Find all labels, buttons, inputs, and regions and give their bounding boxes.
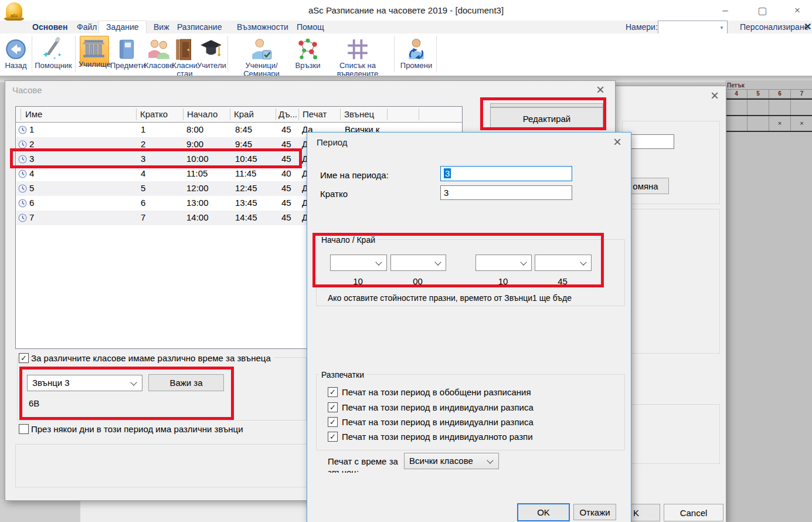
period-short-label: Кратко [320,189,348,199]
column-divider[interactable] [183,109,184,120]
clock-icon [18,140,27,149]
close-icon[interactable]: × [596,84,604,96]
period-short-input[interactable]: 3 [440,185,572,200]
different-bells-label: За различните класове имаме различно вре… [31,353,274,363]
text-input[interactable] [626,134,674,149]
clock-icon [18,126,27,134]
dialog-title: Период [317,137,348,147]
tab-zadanie[interactable]: Задание [106,22,139,32]
cell-end: 9:45 [235,139,252,149]
close-toolbar-icon[interactable]: ✕ [804,21,811,32]
classes-combo[interactable]: Всички класове [404,453,499,469]
ribbon-assistant-button[interactable]: Помощник [33,37,74,70]
cell-name: 6 [29,198,34,208]
ribbon-school-button[interactable]: Училище [79,36,109,69]
col-header-name[interactable]: Име [25,109,42,119]
grid-col-header: 7 [790,89,812,99]
period-name-input[interactable]: 3 [440,166,572,181]
print-individual1-label: Печат на този период в индивидуални разп… [342,402,609,412]
book-icon [114,37,139,62]
grid-cell [790,100,812,115]
col-header-duration[interactable]: Дъ... [278,109,297,119]
ribbon-students-button[interactable]: Ученици/Семинари [229,37,294,78]
ribbon-subjects-button[interactable]: Предмети [110,37,143,70]
cell-duration: 45 [281,198,291,208]
ribbon-classrooms-button[interactable]: Класни стаи [171,37,198,78]
grid-cell [769,100,790,115]
close-icon[interactable]: × [789,5,806,16]
tab-fail[interactable]: Файл [77,22,97,32]
tab-vizh[interactable]: Виж [154,22,169,32]
column-divider[interactable] [340,109,341,120]
column-divider[interactable] [230,109,230,120]
grid-cell: × [769,116,790,131]
personalize-button[interactable]: Персонализиране ▼ [740,22,812,32]
column-divider[interactable] [276,109,276,120]
ribbon-changes-button[interactable]: Промени [397,37,435,70]
ribbon-separator [75,36,76,72]
different-days-checkbox[interactable] [19,424,29,434]
close-icon[interactable]: × [613,136,621,148]
column-divider[interactable] [419,109,419,120]
desktop-background [0,500,80,522]
different-bells-checkbox[interactable]: ✓ [19,353,29,363]
col-header-bell[interactable]: Звънец [344,109,374,119]
column-divider[interactable] [136,109,137,120]
col-header-start[interactable]: Начало [187,109,218,119]
person-sync-icon [404,37,429,62]
tab-razpisanie[interactable]: Разписание [177,22,222,32]
ok-button[interactable]: OK [517,503,570,521]
print-time-label-line2: звънец: [328,467,359,473]
ribbon-classes-button[interactable]: Класове [143,37,175,70]
ribbon-back-button[interactable]: Назад [2,37,29,70]
ribbon-separator [227,36,228,72]
period-name-label: Име на периода: [320,170,389,180]
period-dialog: Период × Име на периода: 3 Кратко 3 Нача… [307,132,631,522]
cancel-button[interactable]: Cancel [664,504,723,521]
col-header-short[interactable]: Кратко [140,109,168,119]
clock-icon [18,199,27,208]
grid-cell [747,100,769,115]
annotation-row3-box [10,148,302,168]
cell-start: 11:05 [186,168,208,178]
find-input[interactable]: ▼ [658,21,728,34]
col-header-end[interactable]: Край [234,109,254,119]
cell-start: 12:00 [186,183,209,193]
tab-osnoven[interactable]: Основен [32,22,67,32]
print-summary-label: Печат на този период в обобщени разписан… [342,387,609,397]
print-individual2-checkbox[interactable]: ✓ [328,417,338,427]
column-divider[interactable] [21,109,21,120]
grid-cell [725,116,747,131]
group-box [622,209,720,354]
annotation-bells-box [19,367,234,420]
cell-end: 13:45 [235,198,257,208]
clock-icon [18,184,27,193]
tab-pomosht[interactable]: Помощ [297,22,324,32]
clock-icon [18,170,27,178]
minimize-icon[interactable]: – [716,5,734,16]
cell-name: 1 [29,124,34,134]
close-icon[interactable]: × [711,90,719,101]
back-arrow-icon [4,37,28,62]
magic-wand-icon [41,37,66,62]
col-header-print[interactable]: Печат [303,109,327,119]
column-divider[interactable] [387,109,388,120]
chevron-down-icon[interactable]: ▼ [719,25,724,30]
cell-end: 8:45 [235,124,252,134]
ribbon-separator [394,36,395,72]
tab-vazmozhnosti[interactable]: Възможности [237,22,288,32]
print-individual2-label: Печат на този период в индивидуални разп… [342,417,609,427]
print-individual1-checkbox[interactable]: ✓ [328,402,338,412]
maximize-icon[interactable]: ▢ [753,5,771,17]
ribbon-teachers-button[interactable]: Учители [197,37,225,70]
ribbon-links-button[interactable]: Връзки [293,37,322,70]
cell-name: 5 [29,183,34,193]
timetable-grid-area: Петък 4 5 6 7 × × [725,80,812,522]
print-summary-checkbox[interactable]: ✓ [328,387,338,397]
cancel-button[interactable]: Откажи [573,504,616,520]
cell-short: 6 [141,198,145,208]
table-header: Име Кратко Начало Край Дъ... Печат Звъне… [16,107,462,123]
grid-col-header: 6 [769,89,790,99]
column-divider[interactable] [298,109,299,120]
print-individual3-checkbox[interactable]: ✓ [328,432,338,442]
